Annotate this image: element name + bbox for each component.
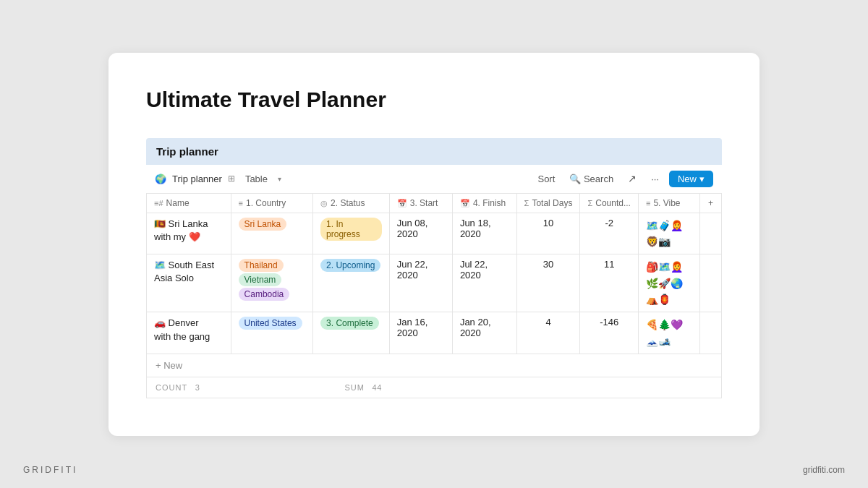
new-button[interactable]: New ▾ [669,171,713,187]
toolbar-right: Sort 🔍 Search ↗ ··· New ▾ [533,171,713,187]
col-header-country: ≡1. Country [231,194,313,213]
row3-finish: Jan 20, 2020 [452,312,516,354]
expand-button[interactable]: ↗ [624,171,641,186]
col-header-count: ΣCountd... [580,194,639,213]
status-badge[interactable]: 3. Complete [320,317,379,330]
row3-days: 4 [516,312,580,354]
page-title: Ultimate Travel Planner [146,87,722,112]
row3-count: -146 [580,312,639,354]
row1-count: -2 [580,213,639,254]
col-header-finish: 📅4. Finish [452,194,516,213]
country-badge-thailand[interactable]: Thailand [239,259,284,272]
more-button[interactable]: ··· [647,172,663,186]
search-button[interactable]: 🔍 Search [565,172,618,186]
row2-name[interactable]: 🗺️ South EastAsia Solo [147,254,231,312]
table-footer: COUNT 3 SUM 44 [147,377,721,398]
row3-add [700,312,721,354]
row2-country[interactable]: Thailand Vietnam Cambodia [231,254,313,312]
table-wrap: ≡#Name ≡1. Country ◎2. Status 📅3. Start … [146,194,722,399]
branding-right: gridfiti.com [803,465,845,475]
table-row: 🚗 Denverwith the gang United States 3. C… [147,312,721,354]
row3-status[interactable]: 3. Complete [313,312,390,354]
table-header-row: ≡#Name ≡1. Country ◎2. Status 📅3. Start … [147,194,721,213]
country-badge-vietnam[interactable]: Vietnam [239,273,282,286]
branding-left: GRIDFITI [23,465,77,475]
toolbar-left: 🌍 Trip planner ⊞ Table ▾ [155,172,281,186]
row1-name[interactable]: 🇱🇰 Sri Lankawith my ❤️ [147,213,231,254]
add-row-button[interactable]: + New [147,354,721,377]
country-badge-us[interactable]: United States [239,317,302,330]
col-header-add[interactable]: + [700,194,721,213]
row3-vibe: 🍕🌲💜🗻🎿 [638,312,699,354]
row2-vibe: 🎒🗺️👩‍🦰🌿🚀🌏⛺🏮 [638,254,699,312]
status-badge[interactable]: 2. Upcoming [320,259,380,272]
col-header-start: 📅3. Start [389,194,452,213]
row1-status[interactable]: 1. In progress [313,213,390,254]
row1-days: 10 [516,213,580,254]
sort-button[interactable]: Sort [533,172,559,186]
db-name: Trip planner [172,174,222,184]
row1-add [700,213,721,254]
row2-finish: Jul 22, 2020 [452,254,516,312]
data-table: ≡#Name ≡1. Country ◎2. Status 📅3. Start … [147,194,721,355]
chevron-down-icon: ▾ [699,174,705,184]
sum-label: SUM 44 [344,383,381,392]
db-globe-icon: 🌍 [155,174,166,184]
row2-add [700,254,721,312]
view-table-button[interactable]: Table [241,172,272,186]
db-toolbar: 🌍 Trip planner ⊞ Table ▾ Sort 🔍 Search ↗… [146,165,722,194]
row1-start: Jun 08, 2020 [389,213,452,254]
country-badge-cambodia[interactable]: Cambodia [239,288,290,301]
table-icon: ⊞ [228,174,235,184]
country-badge[interactable]: Sri Lanka [239,218,287,231]
col-header-status: ◎2. Status [313,194,390,213]
row2-days: 30 [516,254,580,312]
row2-count: 11 [580,254,639,312]
table-row: 🇱🇰 Sri Lankawith my ❤️ Sri Lanka 1. In p… [147,213,721,254]
row2-status[interactable]: 2. Upcoming [313,254,390,312]
database-header: Trip planner [146,138,722,165]
row1-finish: Jun 18, 2020 [452,213,516,254]
table-row: 🗺️ South EastAsia Solo Thailand Vietnam … [147,254,721,312]
row1-vibe: 🗺️🧳👩‍🦰🦁📷 [638,213,699,254]
row3-country[interactable]: United States [231,312,313,354]
search-icon: 🔍 [569,174,581,184]
status-badge[interactable]: 1. In progress [320,218,382,241]
row3-start: Jan 16, 2020 [389,312,452,354]
col-header-name: ≡#Name [147,194,231,213]
row3-name[interactable]: 🚗 Denverwith the gang [147,312,231,354]
col-header-days: ΣTotal Days [516,194,580,213]
row1-country[interactable]: Sri Lanka [231,213,313,254]
row2-start: Jun 22, 2020 [389,254,452,312]
chevron-icon: ▾ [278,175,281,183]
main-card: Ultimate Travel Planner Trip planner 🌍 T… [109,53,760,436]
count-label: COUNT 3 [156,383,200,392]
col-header-vibe: ≡5. Vibe [638,194,699,213]
